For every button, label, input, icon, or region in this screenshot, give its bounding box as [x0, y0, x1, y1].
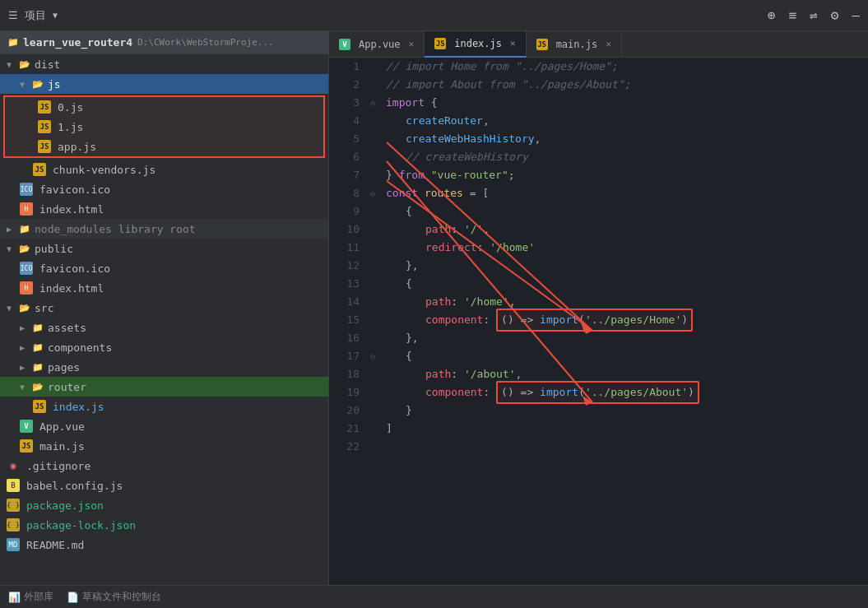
- code-line-5: createWebHashHistory,: [379, 130, 868, 148]
- chevron-down-icon: ▼: [7, 304, 16, 313]
- project-label: 项目: [25, 8, 46, 23]
- project-menu[interactable]: ☰ 项目 ▼: [8, 8, 58, 23]
- sidebar-item-label: node_modules library root: [35, 223, 196, 235]
- sidebar-item-dist[interactable]: ▼ 📂 dist: [0, 54, 328, 74]
- menu-icon: ☰: [8, 9, 18, 21]
- sidebar-item-router-index[interactable]: JS index.js: [0, 397, 328, 416]
- code-line-15: component: () => import('../pages/Home'): [379, 311, 868, 329]
- code-line-3: import {: [379, 94, 868, 112]
- chevron-down-icon: ▼: [7, 244, 16, 253]
- editor-container: V App.vue ✕ JS index.js ✕ JS main.js ✕: [329, 31, 868, 585]
- sidebar-item-gitignore[interactable]: ◉ .gitignore: [0, 456, 328, 476]
- json-file-icon: { }: [7, 518, 20, 531]
- minimize-icon[interactable]: —: [852, 7, 860, 23]
- sidebar-item-label: favicon.ico: [39, 262, 110, 275]
- project-name: learn_vue_router4: [23, 36, 132, 49]
- js-tab-icon: JS: [536, 39, 548, 50]
- toolbar-icons: ⊕ ≡ ⇌ ⚙ —: [768, 7, 860, 23]
- sidebar-item-router[interactable]: ▼ 📂 router: [0, 377, 328, 397]
- project-path: D:\CWork\WebStormProje...: [137, 37, 274, 48]
- sidebar-item-label: app.js: [58, 141, 96, 153]
- add-icon[interactable]: ⊕: [768, 7, 776, 23]
- sidebar-item-1js[interactable]: JS 1.js: [5, 117, 323, 137]
- project-folder-icon: 📁: [7, 36, 20, 49]
- sidebar-item-label: chunk-vendors.js: [53, 164, 155, 176]
- sidebar-item-label: assets: [48, 322, 86, 334]
- code-content[interactable]: // import Home from "../pages/Home"; // …: [379, 58, 868, 585]
- js-file-icon: JS: [20, 439, 33, 453]
- sidebar-item-label: index.js: [53, 401, 104, 413]
- sidebar-item-index-html-pub[interactable]: H index.html: [0, 278, 328, 298]
- sidebar-item-pages[interactable]: ▶ 📁 pages: [0, 357, 328, 377]
- tab-label: main.js: [556, 39, 598, 50]
- sidebar-item-favicon-pub[interactable]: ICO favicon.ico: [0, 258, 328, 278]
- folder-icon: 📁: [31, 341, 44, 354]
- sidebar-item-components[interactable]: ▶ 📁 components: [0, 337, 328, 357]
- sidebar-item-label: favicon.ico: [39, 183, 110, 196]
- code-line-7: } from "vue-router";: [379, 166, 868, 184]
- folder-icon: 📂: [18, 242, 31, 255]
- js-file-icon: JS: [33, 163, 46, 176]
- scratch-files[interactable]: 📄 草稿文件和控制台: [67, 590, 161, 604]
- code-line-22: [379, 438, 868, 456]
- list-icon[interactable]: ≡: [788, 7, 796, 23]
- sidebar-item-js[interactable]: ▼ 📂 js: [0, 74, 328, 94]
- code-line-13: {: [379, 275, 868, 293]
- babel-file-icon: B: [7, 479, 20, 492]
- js-file-icon: JS: [38, 120, 51, 133]
- sidebar-item-appjs[interactable]: JS app.js: [5, 137, 323, 156]
- sidebar-item-assets[interactable]: ▶ 📁 assets: [0, 318, 328, 337]
- sidebar-item-label: public: [35, 243, 73, 255]
- sync-icon[interactable]: ⇌: [810, 7, 818, 23]
- code-line-12: },: [379, 257, 868, 275]
- sidebar-item-index-html-dist[interactable]: H index.html: [0, 199, 328, 219]
- tab-main-js[interactable]: JS main.js ✕: [527, 31, 622, 58]
- tab-app-vue[interactable]: V App.vue ✕: [329, 31, 425, 58]
- sidebar-item-package-lock[interactable]: { } package-lock.json: [0, 515, 328, 535]
- sidebar-item-main-js[interactable]: JS main.js: [0, 436, 328, 456]
- sidebar-item-label: index.html: [39, 282, 104, 295]
- sidebar-item-label: App.vue: [39, 420, 85, 433]
- ico-file-icon: ICO: [20, 183, 33, 196]
- sidebar-item-label: js: [48, 78, 61, 91]
- sidebar-item-package[interactable]: { } package.json: [0, 495, 328, 515]
- sidebar-item-favicon-dist[interactable]: ICO favicon.ico: [0, 179, 328, 199]
- vue-file-icon: V: [20, 420, 33, 433]
- folder-icon: 📂: [18, 301, 31, 314]
- sidebar-item-chunk-vendors[interactable]: JS chunk-vendors.js: [0, 160, 328, 179]
- sidebar-item-label: router: [48, 381, 86, 393]
- tab-label: index.js: [454, 38, 502, 49]
- code-line-4: createRouter,: [379, 112, 868, 130]
- sidebar-item-node-modules[interactable]: ▶ 📁 node_modules library root: [0, 219, 328, 239]
- code-line-17: {: [379, 347, 868, 365]
- tab-label: App.vue: [359, 39, 401, 50]
- vue-tab-icon: V: [339, 39, 350, 50]
- bar-chart-icon: 📊: [8, 592, 21, 603]
- sidebar-item-readme[interactable]: MD README.md: [0, 535, 328, 555]
- chevron-right-icon: ▶: [20, 343, 30, 352]
- sidebar-item-label: pages: [48, 361, 80, 374]
- sidebar-item-public[interactable]: ▼ 📂 public: [0, 239, 328, 258]
- tab-index-js[interactable]: JS index.js ✕: [425, 31, 526, 58]
- sidebar-item-babel[interactable]: B babel.config.js: [0, 476, 328, 495]
- js-file-icon: JS: [33, 400, 46, 413]
- code-line-16: },: [379, 329, 868, 347]
- code-line-21: ]: [379, 420, 868, 438]
- sidebar-item-app-vue[interactable]: V App.vue: [0, 416, 328, 436]
- code-line-1: // import Home from "../pages/Home";: [379, 58, 868, 76]
- project-header[interactable]: 📁 learn_vue_router4 D:\CWork\WebStormPro…: [0, 31, 328, 54]
- code-gutter: ⊖ ⊖ ⊖: [366, 58, 379, 585]
- settings-icon[interactable]: ⚙: [831, 7, 839, 23]
- sidebar-item-label: 0.js: [58, 101, 83, 114]
- tab-close-icon[interactable]: ✕: [510, 38, 516, 49]
- file-icon: 📄: [67, 592, 79, 603]
- sidebar-item-label: src: [35, 302, 53, 314]
- code-line-6: // createWebHistory: [379, 148, 868, 166]
- tab-close-icon[interactable]: ✕: [606, 39, 611, 49]
- tab-close-icon[interactable]: ✕: [409, 39, 415, 49]
- sidebar-item-0js[interactable]: JS 0.js: [5, 97, 323, 117]
- external-libs[interactable]: 📊 外部库: [8, 590, 53, 604]
- top-bar: ☰ 项目 ▼ ⊕ ≡ ⇌ ⚙ —: [0, 0, 868, 31]
- code-editor[interactable]: 1 2 3 4 5 6 7 8 9 10 11 12 13 14 15 16 1: [329, 58, 868, 585]
- sidebar-item-src[interactable]: ▼ 📂 src: [0, 298, 328, 318]
